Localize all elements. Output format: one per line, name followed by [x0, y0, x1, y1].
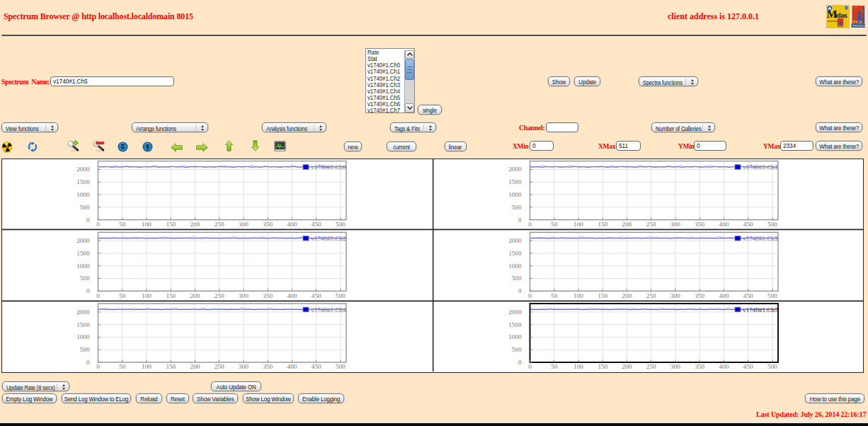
svg-text:0: 0 — [86, 359, 90, 366]
svg-text:150: 150 — [166, 363, 176, 370]
svg-text:150: 150 — [598, 292, 607, 299]
svg-text:250: 250 — [215, 292, 224, 299]
svg-text:0: 0 — [518, 287, 522, 294]
svg-text:0: 0 — [96, 363, 100, 370]
svg-text:500: 500 — [512, 346, 522, 353]
svg-text:300: 300 — [670, 221, 680, 228]
svg-text:500: 500 — [80, 275, 90, 282]
svg-text:250: 250 — [646, 292, 656, 299]
svg-text:v1740#1.Ch3: v1740#1.Ch3 — [743, 235, 778, 242]
svg-text:450: 450 — [312, 363, 321, 370]
svg-text:400: 400 — [719, 363, 729, 370]
svg-text:v1740#1.Ch4: v1740#1.Ch4 — [311, 306, 346, 313]
svg-text:100: 100 — [142, 221, 152, 228]
svg-text:2000: 2000 — [508, 237, 522, 244]
svg-text:500: 500 — [767, 292, 777, 299]
svg-text:350: 350 — [263, 221, 273, 228]
svg-text:1000: 1000 — [76, 263, 90, 270]
svg-text:500: 500 — [336, 221, 346, 228]
svg-text:500: 500 — [512, 275, 522, 282]
svg-text:100: 100 — [573, 292, 583, 299]
svg-text:v1740#1.Ch1: v1740#1.Ch1 — [743, 164, 778, 171]
svg-text:TRIUMF: TRIUMF — [838, 25, 845, 26]
svg-text:50: 50 — [551, 363, 558, 370]
svg-text:0: 0 — [528, 221, 532, 228]
svg-text:0: 0 — [96, 221, 100, 228]
svg-text:350: 350 — [695, 221, 704, 228]
svg-text:450: 450 — [312, 292, 321, 299]
svg-text:250: 250 — [646, 363, 656, 370]
svg-text:1000: 1000 — [76, 333, 90, 340]
svg-text:300: 300 — [670, 363, 680, 370]
svg-text:1500: 1500 — [76, 250, 90, 257]
svg-text:300: 300 — [670, 292, 680, 299]
svg-text:400: 400 — [287, 221, 297, 228]
svg-text:500: 500 — [767, 221, 777, 228]
svg-text:1500: 1500 — [508, 178, 522, 185]
svg-text:powered by: powered by — [828, 20, 838, 23]
svg-text:50: 50 — [119, 363, 126, 370]
svg-text:1000: 1000 — [508, 333, 522, 340]
svg-text:500: 500 — [767, 363, 777, 370]
svg-text:200: 200 — [190, 221, 200, 228]
svg-text:1500: 1500 — [76, 321, 90, 328]
svg-text:400: 400 — [719, 221, 729, 228]
svg-text:2000: 2000 — [508, 309, 522, 316]
svg-text:500: 500 — [336, 363, 346, 370]
svg-text:400: 400 — [287, 363, 297, 370]
svg-text:200: 200 — [622, 363, 632, 370]
svg-text:0: 0 — [528, 292, 532, 299]
svg-text:400: 400 — [287, 292, 297, 299]
svg-text:200: 200 — [622, 221, 632, 228]
svg-text:500: 500 — [80, 204, 90, 211]
svg-text:2000: 2000 — [76, 309, 90, 316]
svg-text:150: 150 — [598, 221, 607, 228]
svg-text:450: 450 — [743, 363, 753, 370]
svg-text:50: 50 — [551, 292, 558, 299]
svg-text:0: 0 — [528, 363, 532, 370]
svg-text:100: 100 — [573, 221, 583, 228]
svg-text:100: 100 — [142, 292, 152, 299]
svg-text:1500: 1500 — [76, 178, 90, 185]
svg-text:150: 150 — [598, 363, 607, 370]
svg-text:v1740#1.Ch5: v1740#1.Ch5 — [743, 306, 778, 313]
svg-text:idas: idas — [835, 12, 847, 19]
svg-text:450: 450 — [743, 221, 753, 228]
svg-text:500: 500 — [80, 346, 90, 353]
svg-text:0: 0 — [86, 287, 90, 294]
svg-text:50: 50 — [119, 221, 126, 228]
svg-text:0: 0 — [86, 217, 90, 224]
svg-text:300: 300 — [239, 363, 249, 370]
svg-text:1000: 1000 — [508, 191, 522, 198]
svg-text:50: 50 — [119, 292, 126, 299]
svg-text:1500: 1500 — [508, 250, 522, 257]
svg-text:200: 200 — [190, 363, 200, 370]
svg-text:450: 450 — [743, 292, 753, 299]
svg-text:2000: 2000 — [76, 237, 90, 244]
svg-text:350: 350 — [695, 292, 704, 299]
svg-text:PHYSICS: PHYSICS — [852, 24, 866, 28]
svg-text:100: 100 — [573, 363, 583, 370]
svg-text:500: 500 — [512, 204, 522, 211]
svg-text:300: 300 — [239, 292, 249, 299]
svg-text:0: 0 — [518, 217, 522, 224]
svg-text:1500: 1500 — [508, 321, 522, 328]
svg-text:v1740#1.Ch2: v1740#1.Ch2 — [311, 235, 346, 242]
svg-text:2000: 2000 — [508, 166, 522, 173]
svg-text:350: 350 — [263, 363, 273, 370]
svg-text:400: 400 — [719, 292, 729, 299]
svg-text:500: 500 — [336, 292, 346, 299]
svg-text:50: 50 — [551, 221, 558, 228]
svg-text:250: 250 — [646, 221, 656, 228]
svg-text:200: 200 — [622, 292, 632, 299]
svg-text:150: 150 — [166, 221, 176, 228]
svg-text:1000: 1000 — [76, 191, 90, 198]
svg-text:350: 350 — [695, 363, 704, 370]
svg-text:150: 150 — [166, 292, 176, 299]
svg-text:100: 100 — [142, 363, 152, 370]
svg-text:0: 0 — [96, 292, 100, 299]
svg-text:250: 250 — [215, 221, 224, 228]
svg-text:v1740#1.Ch0: v1740#1.Ch0 — [311, 164, 346, 171]
svg-text:450: 450 — [312, 221, 321, 228]
svg-text:250: 250 — [215, 363, 224, 370]
